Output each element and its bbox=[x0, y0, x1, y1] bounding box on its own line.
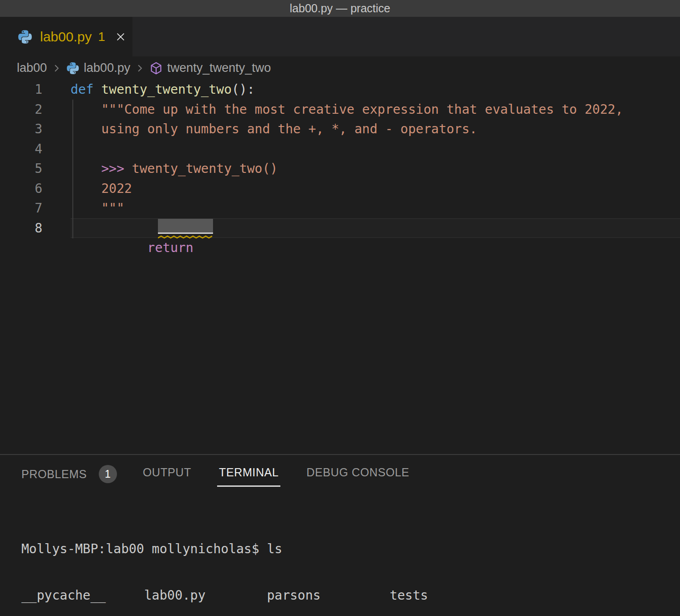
line-number: 5 bbox=[0, 159, 71, 179]
code-line[interactable]: 5 >>> twenty_twenty_two() bbox=[0, 159, 680, 179]
panel-tab-bar: PROBLEMS 1 OUTPUT TERMINAL DEBUG CONSOLE bbox=[0, 455, 680, 487]
python-icon bbox=[66, 61, 80, 75]
code-line[interactable]: 2 """Come up with the most creative expr… bbox=[0, 100, 680, 120]
breadcrumb: lab00 lab00.py twenty_twenty_two bbox=[0, 56, 680, 80]
warning-squiggle bbox=[158, 235, 213, 239]
code-line[interactable]: 6 2022 bbox=[0, 179, 680, 199]
problems-count-badge: 1 bbox=[99, 465, 117, 483]
editor-tab-strip: lab00.py 1 bbox=[0, 17, 680, 56]
code-line[interactable]: 1 def twenty_twenty_two(): bbox=[0, 80, 680, 100]
indent-guide bbox=[72, 100, 73, 238]
window-title: lab00.py — practice bbox=[290, 2, 391, 15]
tab-output[interactable]: OUTPUT bbox=[143, 466, 191, 487]
tab-close-button[interactable] bbox=[114, 30, 127, 43]
chevron-right-icon bbox=[51, 63, 62, 74]
selection-highlight bbox=[158, 219, 213, 234]
terminal-output[interactable]: Mollys-MBP:lab00 mollynicholas$ ls __pyc… bbox=[21, 510, 436, 616]
line-number: 6 bbox=[0, 179, 71, 199]
editor-tab-lab00[interactable]: lab00.py 1 bbox=[0, 17, 132, 56]
tab-problems[interactable]: PROBLEMS 1 bbox=[21, 465, 117, 487]
tab-problem-count: 1 bbox=[98, 30, 105, 44]
problems-label: PROBLEMS bbox=[21, 468, 87, 481]
python-icon bbox=[17, 29, 33, 45]
line-number: 3 bbox=[0, 119, 71, 139]
terminal-line: __pycache__ lab00.py parsons tests bbox=[21, 588, 436, 603]
breadcrumb-item-file[interactable]: lab00.py bbox=[84, 61, 130, 75]
line-number: 8 bbox=[0, 218, 71, 238]
chevron-right-icon bbox=[134, 63, 145, 74]
symbol-method-icon bbox=[149, 61, 163, 75]
code-editor[interactable]: 1 def twenty_twenty_two(): 2 """Come up … bbox=[0, 80, 680, 454]
code-line[interactable]: 3 using only numbers and the +, *, and -… bbox=[0, 119, 680, 139]
line-number: 1 bbox=[0, 80, 71, 100]
code-line[interactable]: 4 bbox=[0, 139, 680, 159]
bottom-panel: PROBLEMS 1 OUTPUT TERMINAL DEBUG CONSOLE… bbox=[0, 455, 680, 616]
tab-terminal[interactable]: TERMINAL bbox=[217, 466, 280, 487]
breadcrumb-item-symbol[interactable]: twenty_twenty_two bbox=[167, 61, 271, 75]
tab-debug-console[interactable]: DEBUG CONSOLE bbox=[306, 466, 409, 487]
tab-filename: lab00.py bbox=[40, 29, 91, 45]
terminal-line: Mollys-MBP:lab00 mollynicholas$ ls bbox=[21, 541, 436, 557]
close-icon bbox=[115, 31, 127, 43]
line-number: 4 bbox=[0, 139, 71, 159]
code-line[interactable]: 7 """ bbox=[0, 198, 680, 218]
line-number: 7 bbox=[0, 198, 71, 218]
line-number: 2 bbox=[0, 100, 71, 120]
title-bar: lab00.py — practice bbox=[0, 0, 680, 17]
breadcrumb-item-folder[interactable]: lab00 bbox=[17, 61, 47, 75]
code-line-current[interactable]: 8 return bbox=[0, 218, 680, 238]
